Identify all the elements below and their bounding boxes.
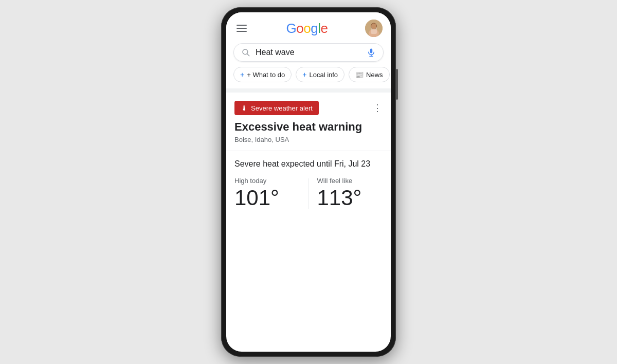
- avatar[interactable]: [365, 20, 383, 37]
- phone-device: G o o g l e: [221, 7, 396, 357]
- google-logo: G o o g l e: [286, 21, 328, 37]
- logo-g1: G: [286, 21, 297, 37]
- chip-plus-icon-2: +: [302, 70, 306, 79]
- logo-g2: g: [311, 21, 318, 37]
- search-bar[interactable]: Heat wave: [233, 43, 384, 62]
- temperature-row: High today 101° Will feel like 113°: [234, 177, 383, 210]
- phone-screen: G o o g l e: [226, 12, 391, 352]
- chip-local-info-label: Local info: [309, 71, 338, 79]
- severe-weather-badge: 🌡 Severe weather alert: [234, 101, 319, 115]
- weather-info: Severe heat expected until Fri, Jul 23 H…: [234, 151, 383, 210]
- more-options-button[interactable]: ⋮: [373, 102, 383, 114]
- content-area: 🌡 Severe weather alert ⋮ Excessive heat …: [226, 93, 391, 352]
- mic-icon[interactable]: [367, 48, 376, 57]
- thermometer-icon: 🌡: [241, 104, 248, 112]
- chip-news-label: News: [366, 71, 383, 79]
- search-query: Heat wave: [256, 48, 367, 57]
- search-icon: [241, 48, 250, 57]
- alert-row: 🌡 Severe weather alert ⋮: [234, 101, 383, 115]
- chip-what-to-do[interactable]: + + What to do: [233, 67, 292, 82]
- section-divider: [226, 88, 391, 93]
- chip-what-to-do-label: + What to do: [247, 71, 285, 79]
- high-today-block: High today 101°: [234, 177, 300, 210]
- logo-o1: o: [296, 21, 303, 37]
- chip-news[interactable]: 📰 News: [349, 67, 390, 82]
- chips-row: + + What to do + Local info 📰 News 📌: [226, 67, 391, 88]
- news-icon: 📰: [355, 71, 364, 79]
- logo-e: e: [320, 21, 328, 37]
- feel-like-value: 113°: [317, 186, 383, 210]
- svg-point-4: [371, 24, 376, 29]
- warning-title: Excessive heat warning: [234, 120, 383, 134]
- feel-like-label: Will feel like: [317, 177, 383, 185]
- chip-local-info[interactable]: + Local info: [296, 67, 344, 82]
- warning-location: Boise, Idaho, USA: [234, 136, 383, 143]
- chip-plus-icon: +: [240, 70, 244, 79]
- temp-divider: [308, 178, 309, 209]
- alert-badge-text: Severe weather alert: [251, 104, 313, 112]
- svg-rect-7: [370, 49, 373, 53]
- svg-line-6: [247, 54, 249, 56]
- app-header: G o o g l e: [226, 12, 391, 41]
- high-today-value: 101°: [234, 186, 300, 210]
- high-today-label: High today: [234, 177, 300, 185]
- menu-button[interactable]: [234, 23, 249, 34]
- feel-like-block: Will feel like 113°: [317, 177, 383, 210]
- heat-expected-text: Severe heat expected until Fri, Jul 23: [234, 159, 383, 169]
- logo-o2: o: [303, 21, 311, 37]
